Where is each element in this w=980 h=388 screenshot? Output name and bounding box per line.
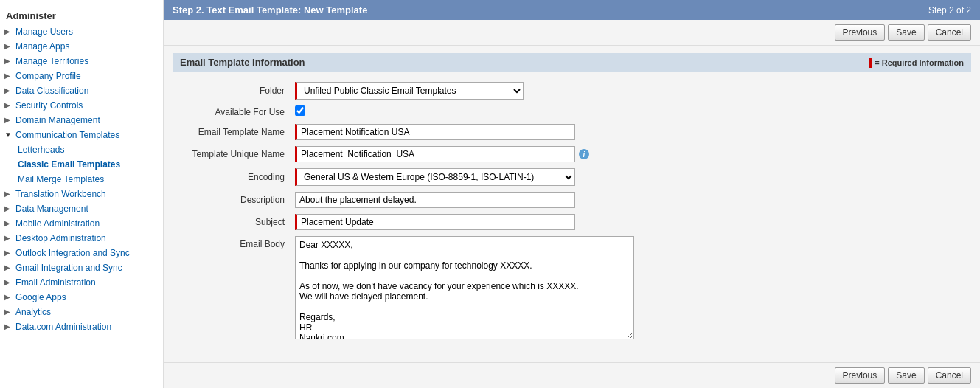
content-area: Email Template Information = Required In…	[164, 46, 980, 362]
triangle-right-icon: ▶	[4, 322, 13, 331]
triangle-right-icon: ▶	[4, 86, 13, 95]
folder-label: Folder	[173, 79, 291, 103]
triangle-right-icon: ▶	[4, 116, 13, 125]
main-content: Step 2. Text Email Template: New Templat…	[164, 0, 980, 388]
required-text: = Required Information	[875, 58, 964, 67]
unique-name-field-cell: i	[291, 143, 971, 165]
sidebar-item-label: Desktop Administration	[15, 233, 106, 243]
available-label: Available For Use	[173, 103, 291, 121]
subject-row: Subject	[173, 211, 971, 233]
section-title: Email Template Information	[180, 57, 305, 68]
sidebar-item-label: Mail Merge Templates	[18, 174, 104, 184]
triangle-right-icon: ▶	[4, 42, 13, 51]
sidebar: Administer ▶Manage Users▶Manage Apps▶Man…	[0, 0, 164, 388]
sidebar-item-company-profile[interactable]: ▶Company Profile	[0, 69, 163, 83]
email-body-field-cell	[291, 233, 971, 344]
header-bar: Step 2. Text Email Template: New Templat…	[164, 0, 980, 20]
template-name-label: Email Template Name	[173, 121, 291, 143]
subject-input[interactable]	[295, 214, 575, 230]
bottom-toolbar: Previous Save Cancel	[164, 362, 980, 388]
sidebar-item-mobile-administration[interactable]: ▶Mobile Administration	[0, 216, 163, 231]
save-button-top[interactable]: Save	[888, 24, 924, 41]
folder-select[interactable]: Unfiled Public Classic Email Templates	[295, 82, 524, 100]
sidebar-item-gmail-integration[interactable]: ▶Gmail Integration and Sync	[0, 260, 163, 275]
folder-field-cell: Unfiled Public Classic Email Templates	[291, 79, 971, 103]
triangle-right-icon: ▶	[4, 249, 13, 257]
sidebar-item-communication-templates[interactable]: ▼Communication Templates	[0, 128, 163, 142]
encoding-select[interactable]: General US & Western Europe (ISO-8859-1,…	[295, 168, 575, 186]
triangle-right-icon: ▶	[4, 219, 13, 228]
encoding-field-cell: General US & Western Europe (ISO-8859-1,…	[291, 165, 971, 189]
triangle-right-icon: ▶	[4, 308, 13, 316]
sidebar-item-manage-territories[interactable]: ▶Manage Territories	[0, 54, 163, 69]
triangle-right-icon: ▶	[4, 263, 13, 272]
sidebar-item-mail-merge-templates[interactable]: Mail Merge Templates	[0, 172, 163, 187]
description-label: Description	[173, 189, 291, 211]
email-body-row: Email Body	[173, 233, 971, 344]
previous-button-bottom[interactable]: Previous	[835, 367, 886, 384]
info-icon[interactable]: i	[579, 149, 589, 159]
subject-field-cell	[291, 211, 971, 233]
previous-button-top[interactable]: Previous	[835, 24, 886, 41]
sidebar-item-manage-apps[interactable]: ▶Manage Apps	[0, 39, 163, 54]
description-field-cell	[291, 189, 971, 211]
sidebar-item-desktop-administration[interactable]: ▶Desktop Administration	[0, 231, 163, 246]
encoding-label: Encoding	[173, 165, 291, 189]
unique-name-wrapper: i	[295, 146, 967, 162]
sidebar-title: Administer	[0, 6, 163, 24]
save-button-bottom[interactable]: Save	[888, 367, 924, 384]
sidebar-item-outlook-integration[interactable]: ▶Outlook Integration and Sync	[0, 246, 163, 260]
sidebar-item-label: Security Controls	[15, 100, 83, 111]
sidebar-item-security-controls[interactable]: ▶Security Controls	[0, 98, 163, 113]
sidebar-item-data-management[interactable]: ▶Data Management	[0, 201, 163, 216]
sidebar-item-label: Manage Users	[15, 27, 73, 37]
description-row: Description	[173, 189, 971, 211]
unique-name-row: Template Unique Name i	[173, 143, 971, 165]
triangle-right-icon: ▶	[4, 190, 13, 198]
triangle-right-icon: ▶	[4, 57, 13, 66]
sidebar-item-translation-workbench[interactable]: ▶Translation Workbench	[0, 187, 163, 201]
template-name-row: Email Template Name	[173, 121, 971, 143]
template-name-input[interactable]	[295, 124, 575, 140]
triangle-right-icon: ▶	[4, 72, 13, 80]
sidebar-item-analytics[interactable]: ▶Analytics	[0, 305, 163, 319]
triangle-right-icon: ▶	[4, 204, 13, 213]
triangle-right-icon: ▶	[4, 27, 13, 36]
sidebar-item-datacom-administration[interactable]: ▶Data.com Administration	[0, 319, 163, 334]
email-body-textarea[interactable]	[295, 236, 634, 339]
sidebar-item-google-apps[interactable]: ▶Google Apps	[0, 290, 163, 305]
sidebar-item-email-administration[interactable]: ▶Email Administration	[0, 275, 163, 290]
available-checkbox[interactable]	[295, 105, 305, 116]
sidebar-item-label: Outlook Integration and Sync	[15, 248, 130, 258]
available-field-cell	[291, 103, 971, 121]
sidebar-item-label: Manage Territories	[15, 56, 88, 66]
required-indicator	[869, 58, 872, 68]
sidebar-item-label: Data Management	[15, 204, 88, 214]
sidebar-item-label: Analytics	[15, 307, 51, 317]
subject-label: Subject	[173, 211, 291, 233]
sidebar-item-manage-users[interactable]: ▶Manage Users	[0, 24, 163, 39]
cancel-button-bottom[interactable]: Cancel	[928, 367, 971, 384]
sidebar-item-classic-email-templates[interactable]: Classic Email Templates	[0, 157, 163, 172]
chevron-down-icon: ▼	[4, 131, 13, 139]
header-title: Step 2. Text Email Template: New Templat…	[173, 4, 367, 15]
sidebar-item-label: Classic Email Templates	[18, 159, 120, 170]
sidebar-item-label: Gmail Integration and Sync	[15, 263, 122, 273]
description-input[interactable]	[295, 192, 575, 208]
email-body-label: Email Body	[173, 233, 291, 344]
sidebar-item-label: Letterheads	[18, 145, 64, 155]
form-table: Folder Unfiled Public Classic Email Temp…	[173, 79, 971, 344]
sidebar-item-label: Company Profile	[15, 71, 81, 81]
section-header: Email Template Information = Required In…	[173, 53, 971, 72]
unique-name-input[interactable]	[295, 146, 575, 162]
sidebar-item-letterheads[interactable]: Letterheads	[0, 142, 163, 157]
cancel-button-top[interactable]: Cancel	[928, 24, 971, 41]
sidebar-item-data-classification[interactable]: ▶Data Classification	[0, 83, 163, 98]
top-toolbar: Previous Save Cancel	[164, 20, 980, 46]
sidebar-item-domain-management[interactable]: ▶Domain Management	[0, 113, 163, 128]
sidebar-item-label: Data.com Administration	[15, 322, 111, 332]
sidebar-item-label: Mobile Administration	[15, 218, 100, 229]
triangle-right-icon: ▶	[4, 101, 13, 110]
triangle-right-icon: ▶	[4, 234, 13, 243]
sidebar-item-label: Email Administration	[15, 277, 96, 288]
